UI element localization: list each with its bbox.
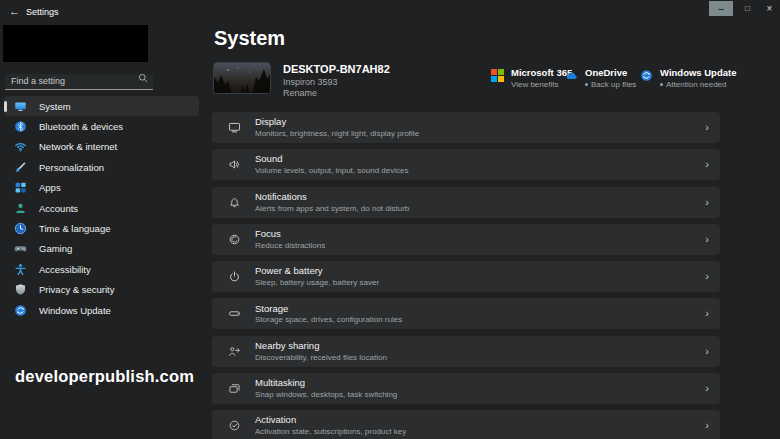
rename-link[interactable]: Rename [283,88,317,98]
sidebar-item-label: Network & internet [39,141,117,152]
night-sky-image [214,63,271,94]
settings-window: ← Settings – □ × System Bluetooth & devi… [0,0,780,439]
onedrive-cloud-icon [565,69,578,82]
settings-row-storage[interactable]: StorageStorage space, drives, configurat… [212,298,720,329]
sidebar-item-system[interactable]: System [4,96,199,116]
minimize-button[interactable]: – [709,1,733,16]
chevron-right-icon: › [705,420,709,431]
row-subtitle: Storage space, drives, configuration rul… [255,315,402,325]
row-subtitle: Monitors, brightness, night light, displ… [255,129,419,139]
quick-link-status: Attention needed [666,80,727,89]
chevron-right-icon: › [705,234,709,245]
back-arrow-icon[interactable]: ← [9,5,20,17]
sidebar-item-label: Privacy & security [39,284,115,295]
sidebar-nav: System Bluetooth & devices Network & int… [4,96,199,320]
row-title: Sound [255,153,408,165]
device-name: DESKTOP-BN7AH82 [283,63,390,75]
system-icon [14,100,27,113]
close-button[interactable]: × [759,1,780,16]
settings-row-display[interactable]: DisplayMonitors, brightness, night light… [212,112,720,143]
personalization-icon [14,161,27,174]
quick-link-title: Windows Update [660,67,736,78]
sidebar-item-label: Apps [39,182,61,193]
settings-row-focus[interactable]: FocusReduce distractions › [212,224,720,255]
quick-link-title: OneDrive [585,67,636,78]
windows-update-icon [640,69,653,82]
chevron-right-icon: › [705,271,709,282]
focus-icon [228,233,241,246]
chevron-right-icon: › [705,308,709,319]
chevron-right-icon: › [705,383,709,394]
sidebar-item-accessibility[interactable]: Accessibility [4,259,199,279]
chevron-right-icon: › [705,159,709,170]
sidebar-item-label: Personalization [39,162,104,173]
power-battery-icon [228,270,241,283]
sidebar-item-accounts[interactable]: Accounts [4,198,199,218]
sidebar-item-label: Accounts [39,203,78,214]
row-title: Display [255,116,419,128]
watermark-text: developerpublish.com [15,367,194,386]
quick-link-windows-update[interactable]: Windows Update Attention needed [640,67,736,89]
row-title: Storage [255,303,402,315]
sidebar-item-personalization[interactable]: Personalization [4,157,199,177]
row-title: Nearby sharing [255,340,387,352]
sidebar-item-time-language[interactable]: Time & language [4,218,199,238]
sidebar-item-label: Accessibility [39,264,91,275]
device-thumbnail [213,62,271,94]
chevron-right-icon: › [705,122,709,133]
sidebar-item-label: Bluetooth & devices [39,121,123,132]
activation-icon [228,419,241,432]
gaming-icon [14,242,27,255]
sidebar-item-network-internet[interactable]: Network & internet [4,137,199,157]
display-icon [228,121,241,134]
multitasking-icon [228,382,241,395]
windows-update-icon [14,304,27,317]
search-box [5,70,153,86]
sidebar-item-label: System [39,101,71,112]
accounts-icon [14,202,27,215]
sidebar-item-apps[interactable]: Apps [4,178,199,198]
row-subtitle: Reduce distractions [255,241,325,251]
settings-row-activation[interactable]: ActivationActivation state, subscription… [212,410,720,439]
settings-row-sound[interactable]: SoundVolume levels, output, input, sound… [212,149,720,180]
sidebar-item-gaming[interactable]: Gaming [4,239,199,259]
apps-icon [14,181,27,194]
settings-list: DisplayMonitors, brightness, night light… [212,112,720,439]
quick-link-microsoft-365[interactable]: Microsoft 365 View benefits [491,67,572,89]
storage-icon [228,307,241,320]
sidebar-item-windows-update[interactable]: Windows Update [4,300,199,320]
row-title: Power & battery [255,265,379,277]
maximize-button[interactable]: □ [737,1,758,16]
row-title: Multitasking [255,377,397,389]
quick-link-title: Microsoft 365 [511,67,572,78]
settings-row-notifications[interactable]: NotificationsAlerts from apps and system… [212,187,720,218]
quick-link-onedrive[interactable]: OneDrive Back up files [565,67,636,89]
search-input[interactable] [5,74,153,90]
search-icon [138,73,148,83]
quick-link-status: Back up files [591,80,636,89]
page-title: System [214,27,285,50]
settings-row-nearby-sharing[interactable]: Nearby sharingDiscoverability, received … [212,336,720,367]
settings-row-power-battery[interactable]: Power & batterySleep, battery usage, bat… [212,261,720,292]
window-title: Settings [26,7,59,17]
sound-icon [228,158,241,171]
chevron-right-icon: › [705,197,709,208]
sidebar-item-label: Time & language [39,223,110,234]
row-subtitle: Snap windows, desktops, task switching [255,390,397,400]
row-title: Focus [255,228,325,240]
status-dot-icon [585,83,588,86]
time-language-icon [14,222,27,235]
sidebar-item-privacy-security[interactable]: Privacy & security [4,280,199,300]
quick-link-status: View benefits [511,80,558,89]
row-subtitle: Activation state, subscriptions, product… [255,427,406,437]
sidebar-item-bluetooth-devices[interactable]: Bluetooth & devices [4,116,199,136]
row-title: Activation [255,414,406,426]
sidebar-item-label: Gaming [39,243,72,254]
row-subtitle: Discoverability, received files location [255,353,387,363]
account-info-redacted[interactable] [3,25,148,62]
network-icon [14,140,27,153]
settings-row-multitasking[interactable]: MultitaskingSnap windows, desktops, task… [212,373,720,404]
row-subtitle: Volume levels, output, input, sound devi… [255,166,408,176]
notifications-icon [228,196,241,209]
row-subtitle: Sleep, battery usage, battery saver [255,278,379,288]
